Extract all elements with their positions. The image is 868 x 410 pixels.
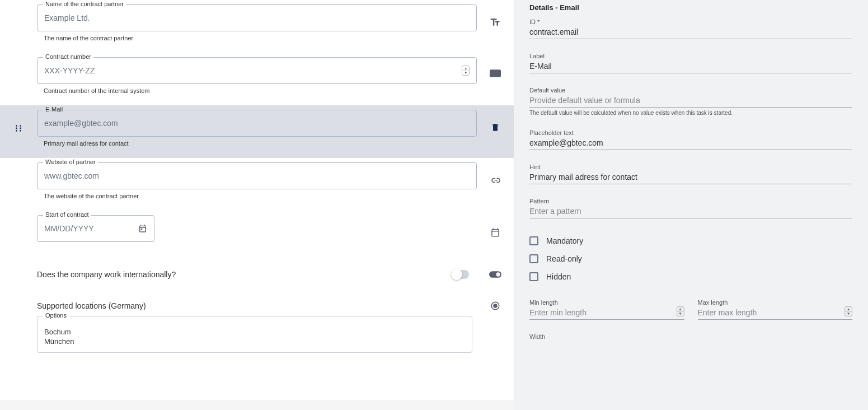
drag-handle-icon[interactable] — [15, 124, 22, 132]
hidden-checkbox[interactable]: Hidden — [529, 268, 852, 286]
details-title: Details - Email — [529, 0, 852, 18]
id-label: ID * — [529, 18, 852, 25]
svg-point-12 — [496, 272, 500, 276]
form-canvas: Name of the contract partner The name of… — [0, 0, 514, 400]
details-panel: Details - Email ID * Label Default value… — [514, 0, 868, 410]
svg-rect-0 — [490, 70, 500, 77]
svg-rect-1 — [492, 72, 493, 75]
placeholder-label: Placeholder text — [529, 129, 852, 136]
maxlength-spinner[interactable]: ▲▼ — [844, 306, 852, 316]
svg-point-10 — [20, 130, 21, 132]
field-label: Contract number — [43, 53, 93, 60]
hint-input[interactable] — [529, 170, 852, 184]
mandatory-checkbox[interactable]: Mandatory — [529, 232, 852, 250]
text-type-icon — [490, 17, 501, 28]
field-label: Name of the contract partner — [43, 1, 126, 7]
date-type-icon — [490, 227, 500, 237]
field-hint: Contract number of the internal system — [44, 87, 477, 94]
delete-icon[interactable] — [491, 122, 500, 132]
contract-number-input[interactable] — [44, 66, 462, 75]
pattern-input[interactable] — [529, 204, 852, 218]
maxlength-input[interactable] — [698, 306, 853, 320]
field-label: Start of contract — [43, 211, 91, 218]
minlength-input[interactable] — [529, 306, 684, 320]
default-hint: The default value will be calculated whe… — [529, 110, 852, 116]
label-label: Label — [529, 53, 852, 59]
minlength-label: Min length — [529, 299, 684, 306]
default-label: Default value — [529, 87, 852, 94]
calendar-picker-icon[interactable] — [138, 224, 147, 233]
options-box[interactable]: Options Bochum München — [37, 316, 472, 353]
date-input[interactable] — [44, 224, 138, 233]
field-hint: The name of the contract partner — [44, 35, 477, 41]
field-hint: The website of the contract partner — [44, 193, 477, 199]
field-row-international-question[interactable]: Does the company work internationally? — [0, 253, 514, 296]
website-input[interactable] — [44, 171, 470, 180]
field-label: E-Mail — [43, 106, 65, 113]
svg-point-5 — [16, 125, 17, 127]
maxlength-label: Max length — [698, 299, 853, 306]
field-label: Website of partner — [43, 159, 98, 165]
default-input[interactable] — [529, 94, 852, 108]
locations-section-header: Supported locations (Germany) — [0, 296, 477, 316]
field-row-website[interactable]: Website of partner The website of the co… — [0, 158, 514, 211]
question-text: Does the company work internationally? — [37, 270, 451, 279]
field-row-email[interactable]: E-Mail Primary mail adress for contact — [0, 105, 514, 158]
field-row-start-date[interactable]: Start of contract — [0, 211, 514, 253]
svg-rect-2 — [494, 72, 495, 75]
svg-point-7 — [16, 128, 17, 129]
svg-point-9 — [16, 130, 17, 132]
label-input[interactable] — [529, 59, 852, 73]
field-hint: Primary mail adress for contact — [44, 140, 477, 147]
svg-rect-4 — [498, 72, 499, 75]
readonly-checkbox[interactable]: Read-only — [529, 250, 852, 268]
minlength-spinner[interactable]: ▲▼ — [677, 306, 684, 316]
options-label: Options — [43, 312, 69, 319]
radio-type-icon — [490, 301, 500, 311]
number-spinner[interactable]: ▲▼ — [462, 66, 470, 76]
placeholder-input[interactable] — [529, 136, 852, 150]
option-item: Bochum — [44, 328, 465, 337]
svg-point-14 — [493, 304, 498, 308]
width-label: Width — [529, 333, 852, 340]
email-input[interactable] — [44, 119, 470, 128]
hint-label: Hint — [529, 164, 852, 170]
toggle-type-icon — [489, 271, 501, 278]
field-row-contract-number[interactable]: Contract number ▲▼ Contract number of th… — [0, 53, 514, 105]
field-row-name[interactable]: Name of the contract partner The name of… — [0, 0, 514, 53]
svg-point-6 — [20, 125, 21, 127]
option-item: München — [44, 337, 465, 347]
international-toggle[interactable] — [451, 270, 469, 279]
svg-rect-3 — [496, 72, 497, 75]
name-input[interactable] — [44, 13, 470, 22]
pattern-label: Pattern — [529, 198, 852, 204]
link-type-icon — [490, 175, 501, 186]
svg-point-8 — [20, 128, 21, 129]
id-input[interactable] — [529, 25, 852, 39]
number-type-icon — [490, 69, 501, 77]
